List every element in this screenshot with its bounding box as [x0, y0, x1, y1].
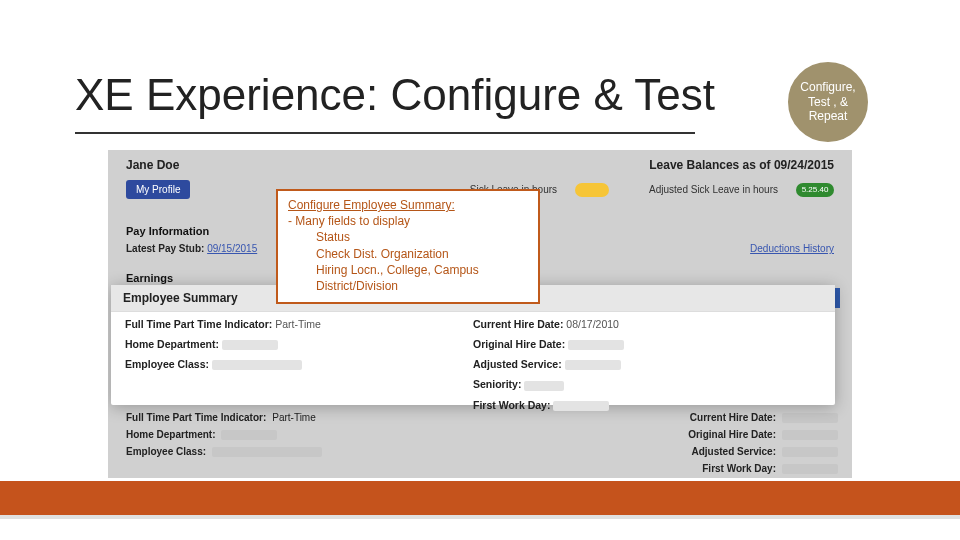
redacted-field — [553, 401, 609, 411]
my-profile-button[interactable]: My Profile — [126, 180, 190, 199]
overlay-col-left: Full Time Part Time Indicator: Part-Time… — [125, 318, 473, 411]
redacted-field — [782, 430, 838, 440]
adjusted-sick-leave-label: Adjusted Sick Leave in hours — [649, 184, 778, 195]
footer-bar — [0, 481, 960, 515]
ov-row-orig-hire: Original Hire Date: — [473, 338, 821, 350]
slide: XE Experience: Configure & Test Configur… — [0, 0, 960, 540]
redacted-field — [565, 360, 621, 370]
callout-item-check-dist: Check Dist. Organization — [288, 246, 528, 262]
ov-seniority-label: Seniority: — [473, 378, 521, 390]
bg-row-first-work: First Work Day: — [126, 463, 838, 474]
configure-test-repeat-badge: Configure, Test , & Repeat — [786, 60, 870, 144]
redacted-field — [782, 447, 838, 457]
callout-line1: - Many fields to display — [288, 213, 528, 229]
adjusted-sick-leave-pill: 5.25.40 — [796, 183, 834, 197]
bg-adjsvc-label: Adjusted Service: — [692, 446, 776, 457]
bg-firstwork-label: First Work Day: — [702, 463, 776, 474]
bg-row-home-dept: Home Department: Original Hire Date: — [126, 429, 838, 440]
callout-title: Configure Employee Summary: — [288, 197, 528, 213]
bg-orighire-label: Original Hire Date: — [688, 429, 776, 440]
callout-item-hiring-locn: Hiring Locn., College, Campus — [288, 262, 528, 278]
balances-header: Leave Balances as of 09/24/2015 — [649, 158, 834, 172]
callout-item-district: District/Division — [288, 278, 528, 294]
ov-curhire-label: Current Hire Date: — [473, 318, 563, 330]
footer-shadow — [0, 515, 960, 519]
slide-title: XE Experience: Configure & Test — [75, 70, 715, 120]
employee-name: Jane Doe — [126, 158, 179, 172]
ov-row-cur-hire: Current Hire Date: 08/17/2010 — [473, 318, 821, 330]
ov-ft-label: Full Time Part Time Indicator: — [125, 318, 272, 330]
ov-row-home-dept: Home Department: — [125, 338, 473, 350]
embedded-screenshot: Jane Doe Leave Balances as of 09/24/2015… — [108, 150, 852, 478]
redacted-field — [212, 360, 302, 370]
ov-row-ft: Full Time Part Time Indicator: Part-Time — [125, 318, 473, 330]
title-underline — [75, 132, 695, 134]
ov-firstwork-label: First Work Day: — [473, 399, 550, 411]
redacted-field — [212, 447, 322, 457]
ov-row-first-work: First Work Day: — [473, 399, 821, 411]
redacted-field — [568, 340, 624, 350]
latest-pay-stub-link[interactable]: 09/15/2015 — [207, 243, 257, 254]
redacted-field — [524, 381, 564, 391]
bg-row-emp-class: Employee Class: Adjusted Service: — [126, 446, 838, 457]
dashboard-lower-details: Full Time Part Time Indicator: Part-Time… — [126, 412, 838, 474]
redacted-field — [782, 464, 838, 474]
deductions-history-link[interactable]: Deductions History — [750, 243, 834, 254]
configure-callout: Configure Employee Summary: - Many field… — [276, 189, 540, 304]
callout-item-status: Status — [288, 229, 528, 245]
redacted-field — [221, 430, 277, 440]
ov-curhire-value: 08/17/2010 — [566, 318, 619, 330]
dashboard-topbar: Jane Doe Leave Balances as of 09/24/2015 — [122, 156, 838, 178]
overlay-col-right: Current Hire Date: 08/17/2010 Original H… — [473, 318, 821, 411]
sick-leave-pill — [575, 183, 609, 197]
overlay-body: Full Time Part Time Indicator: Part-Time… — [111, 312, 835, 415]
ov-ft-value: Part-Time — [275, 318, 321, 330]
ov-row-emp-class: Employee Class: — [125, 358, 473, 370]
ov-row-seniority: Seniority: — [473, 378, 821, 390]
badge-text: Configure, Test , & Repeat — [794, 80, 862, 123]
ov-homedept-label: Home Department: — [125, 338, 219, 350]
ov-orighire-label: Original Hire Date: — [473, 338, 565, 350]
ov-adjsvc-label: Adjusted Service: — [473, 358, 562, 370]
bg-homedept-label: Home Department: — [126, 429, 215, 440]
redacted-field — [222, 340, 278, 350]
ov-empclass-label: Employee Class: — [125, 358, 209, 370]
adjusted-value: 5.25.40 — [802, 185, 829, 194]
ov-row-adj-service: Adjusted Service: — [473, 358, 821, 370]
latest-pay-stub-label: Latest Pay Stub: — [126, 243, 204, 254]
bg-empclass-label: Employee Class: — [126, 446, 206, 457]
